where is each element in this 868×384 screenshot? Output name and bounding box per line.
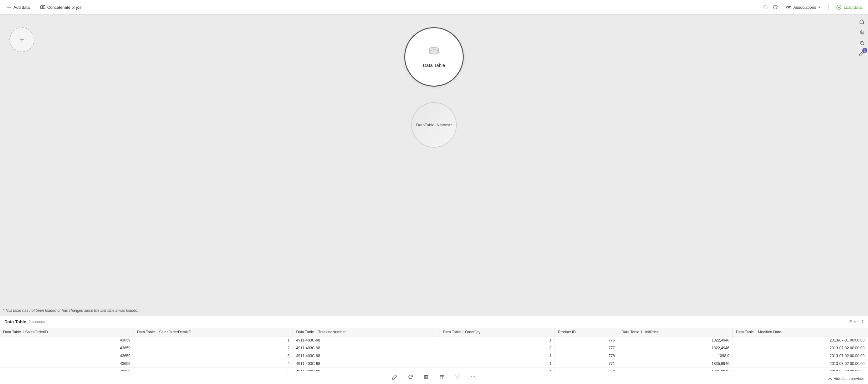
zoom-out-button[interactable] [857, 38, 866, 47]
table-header-row: Data Table 1.SalesOrderID Data Table 1.S… [0, 328, 868, 337]
zoom-fit-icon [859, 29, 865, 35]
refresh-button[interactable] [405, 373, 416, 382]
table-cell: 776 [555, 337, 618, 344]
undo-icon [763, 4, 768, 10]
table-cell: 4911-403C-98 [293, 360, 440, 368]
concatenate-join-button[interactable]: Concatenate or join [37, 3, 85, 11]
more-options-button[interactable] [468, 373, 478, 382]
zoom-fit-button[interactable] [857, 28, 866, 37]
table-cell: 4911-403C-98 [293, 352, 440, 360]
load-data-label: Load data [844, 5, 862, 10]
svg-marker-25 [455, 375, 460, 379]
table-cell: 4911-403C-98 [293, 368, 440, 371]
col-unit-price: Data Table 1.UnitPrice [618, 328, 733, 337]
edit-badge-wrapper: 1 [857, 49, 866, 58]
table-cell: 1835,9946 [618, 360, 733, 368]
table-cell: 5 [134, 368, 293, 371]
hide-preview-button[interactable]: Hide data preview [828, 377, 864, 381]
associations-button[interactable]: Associations ▼ [783, 3, 823, 11]
table-cell: 1822,4946 [618, 337, 733, 344]
table-cell: 1 [440, 337, 555, 344]
table-cell: 2013-07-03 00:00:00 [733, 368, 868, 371]
undo-button[interactable] [761, 3, 770, 11]
filter-button[interactable] [452, 373, 463, 382]
preview-table-wrapper[interactable]: Data Table 1.SalesOrderID Data Table 1.S… [0, 328, 868, 371]
table-cell: 1 [440, 352, 555, 360]
table-row: 4365934911-403C-9817781098,92013-07-02 0… [0, 352, 868, 360]
main-toolbar: Add data Concatenate or join [0, 0, 868, 15]
table-cell: 1 [134, 337, 293, 344]
table-cell: 1098,9 [618, 352, 733, 360]
table-cell: 1 [440, 360, 555, 368]
load-data-icon [836, 4, 842, 10]
associations-icon [786, 4, 792, 10]
plus-icon [6, 4, 12, 10]
data-table-node[interactable]: Data Table [404, 27, 464, 87]
warning-text: * This table has not been loaded or has … [2, 308, 138, 313]
table-cell: 2013-07-02 00:00:00 [733, 344, 868, 352]
table-cell: 778 [555, 352, 618, 360]
svg-line-11 [863, 33, 864, 34]
data-table-label: Data Table [423, 63, 445, 68]
col-modified-date: Data Table 1.Modified Date [733, 328, 868, 337]
table-cell: 2013-07-01 00:00:00 [733, 337, 868, 344]
data-table-icon [428, 46, 440, 60]
svg-line-15 [863, 44, 864, 45]
concat-join-label: Concatenate or join [47, 5, 83, 10]
col-product-id: Product ID [555, 328, 618, 337]
table-cell: 43659 [0, 352, 134, 360]
preview-sources: 2 sources [29, 320, 45, 324]
table-cell: 3 [134, 352, 293, 360]
table-cell: 43659 [0, 360, 134, 368]
toolbar-right: Associations ▼ Load data [761, 3, 864, 11]
svg-rect-3 [43, 6, 45, 9]
preview-fields: Fields: 7 [849, 320, 864, 324]
redo-button[interactable] [771, 3, 780, 11]
delete-button[interactable] [421, 373, 432, 382]
col-tracking-number: Data Table 1.TrackingNumber [293, 328, 440, 337]
col-sales-order-id: Data Table 1.SalesOrderID [0, 328, 134, 337]
toolbar-left: Add data Concatenate or join [4, 3, 85, 11]
table-cell: 43659 [0, 344, 134, 352]
edit-pencil-button[interactable] [390, 373, 400, 382]
preview-header: Data Table 2 sources Fields: 7 [0, 316, 868, 328]
table-cell: 43659 [0, 368, 134, 371]
columns-button[interactable] [436, 373, 447, 382]
bottom-toolbar: Hide data preview [0, 371, 868, 384]
home-icon [859, 19, 865, 24]
add-data-button[interactable]: Add data [4, 3, 32, 11]
add-data-label: Add data [13, 5, 30, 10]
canvas-area: + Data Table DataTable_Newest* * This ta… [0, 15, 868, 315]
svg-point-4 [787, 6, 788, 8]
table-cell: 4911-403C-98 [293, 337, 440, 344]
newest-node[interactable]: DataTable_Newest* [411, 102, 457, 148]
table-cell: 43659 [0, 337, 134, 344]
preview-table: Data Table 1.SalesOrderID Data Table 1.S… [0, 328, 868, 371]
add-data-circle[interactable]: + [9, 27, 34, 52]
table-cell: 2 [134, 344, 293, 352]
load-data-button[interactable]: Load data [834, 3, 864, 11]
table-cell: 2013-07-02 00:00:00 [733, 352, 868, 360]
preview-title: Data Table [4, 319, 26, 324]
col-sales-order-detail-id: Data Table 1.SalesOrderDetailID [134, 328, 293, 337]
table-cell: 4911-403C-98 [293, 344, 440, 352]
right-sidebar: 1 [856, 15, 868, 315]
table-cell: 2013-07-02 00:00:00 [733, 360, 868, 368]
redo-icon [773, 4, 778, 10]
table-cell: 1822,4946 [618, 344, 733, 352]
associations-label: Associations [793, 5, 816, 10]
table-cell: 3 [440, 344, 555, 352]
undo-redo-group [761, 3, 780, 11]
table-row: 4365944911-403C-9817711835,99462013-07-0… [0, 360, 868, 368]
table-cell: 4 [134, 360, 293, 368]
concat-icon [40, 4, 46, 10]
home-button[interactable] [857, 17, 866, 26]
svg-point-28 [474, 377, 475, 377]
col-order-qty: Data Table 1.OrderQty [440, 328, 555, 337]
data-preview-panel: Data Table 2 sources Fields: 7 Data Tabl… [0, 315, 868, 384]
table-cell: 1 [440, 368, 555, 371]
table-cell: 777 [555, 344, 618, 352]
hide-preview-label: Hide data preview [834, 377, 864, 381]
table-row: 4365954911-403C-9817721835,99462013-07-0… [0, 368, 868, 371]
svg-point-26 [471, 377, 472, 377]
